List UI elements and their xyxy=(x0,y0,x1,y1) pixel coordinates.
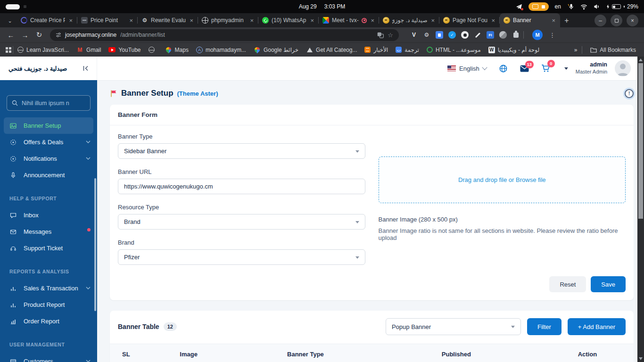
tab-banner-active[interactable]: Banner × xyxy=(500,13,560,27)
bookmark-maps[interactable]: Maps xyxy=(162,44,192,56)
battery-indicator[interactable]: 29% xyxy=(606,3,638,10)
tab-close-icon[interactable]: × xyxy=(430,17,436,24)
bookmark-globe-only[interactable] xyxy=(145,44,161,56)
sidebar-item-announcement[interactable]: Announcement xyxy=(0,167,97,183)
tab-close-icon[interactable]: × xyxy=(189,17,194,24)
bookmark-gmail[interactable]: MGmail xyxy=(73,44,104,56)
browser-menu-icon[interactable]: ⋮ xyxy=(549,32,555,39)
bookmark-translate[interactable]: تترجمة xyxy=(392,44,422,56)
sidebar-scrollbar-thumb[interactable] xyxy=(94,178,96,311)
bookmark-html-encyclopedia[interactable]: موسوعة... - HTML xyxy=(423,44,484,56)
forward-button[interactable]: → xyxy=(19,31,31,39)
tab-price-point[interactable]: Price Point × xyxy=(77,13,138,27)
bookmark-youtube[interactable]: YouTube xyxy=(105,44,144,56)
tab-pharmacy[interactable]: صيدلية د. جوزي × xyxy=(379,13,439,27)
file-dropzone[interactable]: Drag and drop file or Browse file xyxy=(379,156,626,203)
extension-ft-icon[interactable]: FI xyxy=(487,31,494,39)
banner-url-input[interactable] xyxy=(124,183,359,190)
reload-button[interactable]: ↻ xyxy=(33,31,45,39)
tab-search-button[interactable]: ⌄ xyxy=(3,14,17,27)
scroll-up-icon[interactable] xyxy=(639,58,643,61)
messages-button[interactable]: 13 xyxy=(520,65,529,72)
sidebar-item-offers-deals[interactable]: Offers & Deals xyxy=(0,134,97,150)
page-title-row: Banner Setup (Theme Aster) ! xyxy=(110,89,634,98)
sidebar-item-customers[interactable]: Customers xyxy=(0,353,97,362)
resource-type-select[interactable]: Brand xyxy=(118,214,365,230)
banner-type-filter-select[interactable]: Popup Banner xyxy=(386,318,521,335)
filter-button[interactable]: Filter xyxy=(527,318,561,335)
keyboard-layout-indicator[interactable]: en xyxy=(555,3,561,10)
sidebar-collapse-icon[interactable] xyxy=(83,65,89,72)
bookmarks-overflow-icon[interactable]: » xyxy=(574,47,578,53)
address-bar[interactable]: josepharmacy.online/admin/banner/list ☆ xyxy=(50,29,399,41)
avatar[interactable] xyxy=(615,60,631,76)
tab-meet[interactable]: Meet - tvx- × xyxy=(319,13,379,27)
info-icon[interactable]: ! xyxy=(625,89,634,98)
bookmark-news[interactable]: الأخبار xyxy=(361,44,391,56)
brand-select[interactable]: Pfizer xyxy=(118,249,365,265)
sidebar-item-inbox[interactable]: Inbox xyxy=(0,207,97,223)
banner-type-select[interactable]: Sidebar Banner xyxy=(118,143,365,159)
bookmark-google-maps-ar[interactable]: خرائط Google xyxy=(250,44,302,56)
reset-button[interactable]: Reset xyxy=(549,276,586,292)
sidebar-item-order-report[interactable]: Order Report xyxy=(0,313,97,329)
profile-caret-icon[interactable] xyxy=(564,67,568,70)
translate-icon[interactable] xyxy=(377,32,384,38)
tab-close-icon[interactable]: × xyxy=(128,17,134,24)
telegram-icon[interactable] xyxy=(516,4,522,10)
sidebar-search-input[interactable] xyxy=(22,100,83,107)
tab-close-icon[interactable]: × xyxy=(249,17,255,24)
column-sl: SL xyxy=(110,351,173,358)
tab-close-icon[interactable]: × xyxy=(309,17,315,24)
bookmark-wikipedia[interactable]: Wلوحة أم - ويكيبيديا xyxy=(485,44,543,56)
sidebar-item-sales-report[interactable]: Sales & Transaction Repo xyxy=(0,280,97,296)
bookmark-learn-js[interactable]: Learn JavaScri... xyxy=(14,44,72,56)
sidebar-item-messages[interactable]: Messages xyxy=(0,223,97,240)
extensions-puzzle-icon[interactable] xyxy=(512,31,520,39)
tab-close-icon[interactable]: × xyxy=(490,17,496,24)
language-selector[interactable]: English xyxy=(447,65,487,72)
extension-gear-icon[interactable]: ⚙ xyxy=(423,31,430,39)
extension-gray-icon[interactable] xyxy=(499,31,507,39)
bookmark-get-all-categ[interactable]: Get All Cateog... xyxy=(303,44,360,56)
back-button[interactable]: ← xyxy=(5,31,17,39)
scroll-down-icon[interactable] xyxy=(639,357,643,360)
all-bookmarks-button[interactable]: All Bookmarks xyxy=(587,44,639,56)
extension-check-icon[interactable]: ✓ xyxy=(448,31,456,39)
add-banner-button[interactable]: + Add Banner xyxy=(568,318,626,335)
cart-button[interactable]: 0 xyxy=(541,64,550,73)
page-viewport: صيدلية د. جوزيف فتحي Banner Setup Offers… xyxy=(0,57,644,362)
tab-close-icon[interactable]: × xyxy=(551,17,556,24)
minimize-button[interactable]: – xyxy=(594,15,606,26)
screen-share-indicator[interactable] xyxy=(528,2,549,11)
tab-phpmyadmin[interactable]: phpmyadmin × xyxy=(198,13,258,27)
tab-rewrite-eval[interactable]: ⚙ Rewrite Evalu × xyxy=(138,13,198,27)
website-globe-button[interactable] xyxy=(499,64,508,73)
tab-close-icon[interactable]: × xyxy=(370,17,375,24)
save-button[interactable]: Save xyxy=(591,276,626,292)
sidebar-item-support-ticket[interactable]: Support Ticket xyxy=(0,240,97,256)
extension-v-icon[interactable]: V xyxy=(410,31,418,39)
tab-create-price[interactable]: Create Price P × xyxy=(17,13,77,27)
browser-profile-avatar[interactable]: M xyxy=(532,30,543,40)
sidebar-item-product-report[interactable]: Product Report xyxy=(0,296,97,313)
scrollbar-thumb[interactable] xyxy=(638,63,643,219)
page-scrollbar[interactable] xyxy=(637,57,644,362)
bookmark-mohamadaym[interactable]: Amohamadaym... xyxy=(193,44,249,56)
tab-whatsapp[interactable]: (10) WhatsAp × xyxy=(258,13,319,27)
close-window-button[interactable]: × xyxy=(627,15,638,26)
activities-pill[interactable] xyxy=(6,4,20,9)
tab-close-icon[interactable]: × xyxy=(68,17,74,24)
sidebar-item-notifications[interactable]: Notifications xyxy=(0,150,97,167)
tab-page-not-found[interactable]: Page Not Fou × xyxy=(439,13,500,27)
apps-grid-icon[interactable] xyxy=(5,46,12,53)
maximize-button[interactable] xyxy=(611,15,622,26)
extension-pen-icon[interactable] xyxy=(474,31,481,39)
sidebar-item-banner-setup[interactable]: Banner Setup xyxy=(4,117,93,134)
bookmark-star-icon[interactable]: ☆ xyxy=(388,32,393,39)
site-settings-icon[interactable] xyxy=(56,32,61,38)
new-tab-button[interactable]: + xyxy=(560,14,573,27)
sidebar-search[interactable] xyxy=(7,95,91,111)
extension-blue-icon[interactable] xyxy=(436,31,443,39)
extension-circle-icon[interactable] xyxy=(461,31,469,39)
